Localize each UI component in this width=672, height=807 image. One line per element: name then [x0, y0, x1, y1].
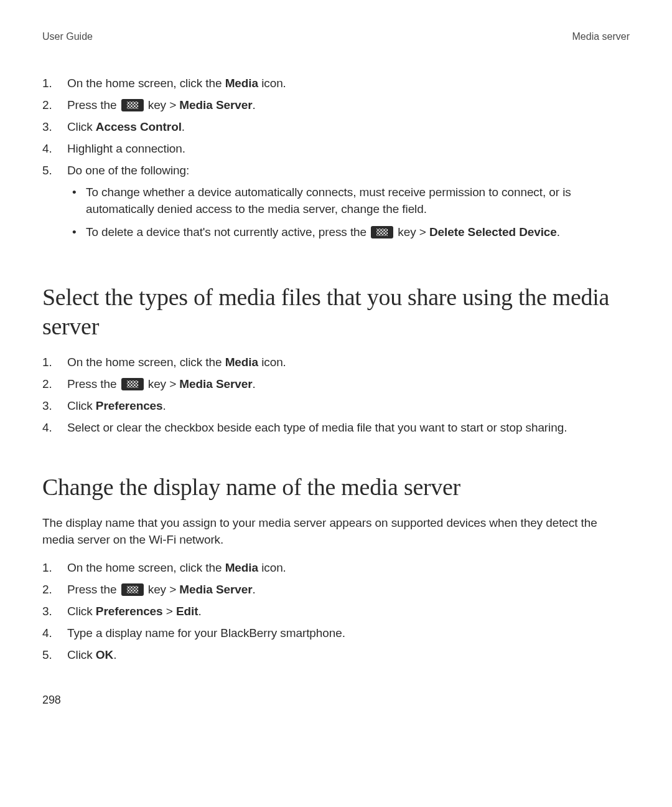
section-intro: The display name that you assign to your…	[42, 515, 630, 549]
step-number: 2.	[42, 582, 67, 598]
step-number: 3.	[42, 603, 67, 620]
step-body: Type a display name for your BlackBerry …	[67, 625, 630, 642]
step-body: On the home screen, click the Media icon…	[67, 75, 630, 92]
step-body: Press the key > Media Server.	[67, 582, 630, 598]
step-number: 4.	[42, 141, 67, 158]
step-item: 2.Press the key > Media Server.	[42, 582, 630, 598]
step-number: 2.	[42, 97, 67, 114]
header-right: Media server	[572, 30, 630, 44]
step-body: On the home screen, click the Media icon…	[67, 560, 630, 577]
page: User Guide Media server 1.On the home sc…	[0, 0, 672, 807]
bold-text: Media	[225, 356, 258, 369]
step-body: Highlight a connection.	[67, 141, 630, 158]
section-steps: 1.On the home screen, click the Media ic…	[42, 354, 630, 437]
menu-key-icon	[121, 583, 144, 596]
step-number: 3.	[42, 119, 67, 136]
step-body: Click OK.	[67, 647, 630, 664]
step-number: 4.	[42, 420, 67, 437]
menu-key-icon	[371, 226, 393, 238]
step-number: 5.	[42, 163, 67, 247]
bold-text: Edit	[176, 605, 198, 618]
step-number: 3.	[42, 398, 67, 415]
step-item: 2.Press the key > Media Server.	[42, 97, 630, 114]
step-body: Select or clear the checkbox beside each…	[67, 420, 630, 437]
bullet-item: To delete a device that's not currently …	[67, 224, 630, 241]
section-steps: 1.On the home screen, click the Media ic…	[42, 560, 630, 664]
section-heading: Change the display name of the media ser…	[42, 473, 630, 501]
bold-text: Media Server	[179, 583, 252, 596]
step-number: 1.	[42, 354, 67, 371]
step-body: Press the key > Media Server.	[67, 376, 630, 393]
bold-text: Preferences	[96, 399, 163, 412]
step-item: 1.On the home screen, click the Media ic…	[42, 75, 630, 92]
bold-text: Access Control	[96, 120, 182, 133]
step-number: 1.	[42, 75, 67, 92]
step-body: Click Access Control.	[67, 119, 630, 136]
bold-text: Media Server	[179, 377, 252, 390]
step-item: 4.Select or clear the checkbox beside ea…	[42, 420, 630, 437]
menu-key-icon	[121, 378, 144, 390]
step-item: 5.Do one of the following:To change whet…	[42, 163, 630, 247]
bullet-item: To change whether a device automatically…	[67, 184, 630, 218]
step-item: 4.Type a display name for your BlackBerr…	[42, 625, 630, 642]
step-body: Do one of the following:To change whethe…	[67, 163, 630, 247]
section-heading: Select the types of media files that you…	[42, 283, 630, 341]
step-number: 5.	[42, 647, 67, 664]
step-item: 2.Press the key > Media Server.	[42, 376, 630, 393]
bullet-list: To change whether a device automatically…	[67, 184, 630, 241]
step-number: 2.	[42, 376, 67, 393]
bold-text: Media	[225, 561, 258, 574]
step-body: On the home screen, click the Media icon…	[67, 354, 630, 371]
step-body: Click Preferences > Edit.	[67, 603, 630, 620]
step-body: Click Preferences.	[67, 398, 630, 415]
step-body: Press the key > Media Server.	[67, 97, 630, 114]
bold-text: Preferences	[96, 605, 163, 618]
step-number: 4.	[42, 625, 67, 642]
step-item: 3.Click Preferences.	[42, 398, 630, 415]
step-item: 4.Highlight a connection.	[42, 141, 630, 158]
page-header: User Guide Media server	[42, 30, 630, 44]
step-item: 1.On the home screen, click the Media ic…	[42, 560, 630, 577]
bold-text: Delete Selected Device	[429, 225, 557, 238]
bold-text: Media Server	[179, 98, 252, 111]
step-item: 3.Click Preferences > Edit.	[42, 603, 630, 620]
step-item: 3.Click Access Control.	[42, 119, 630, 136]
page-number: 298	[42, 692, 61, 709]
bold-text: Media	[225, 77, 258, 90]
step-item: 5.Click OK.	[42, 647, 630, 664]
step-item: 1.On the home screen, click the Media ic…	[42, 354, 630, 371]
section-steps: 1.On the home screen, click the Media ic…	[42, 75, 630, 247]
step-number: 1.	[42, 560, 67, 577]
menu-key-icon	[121, 99, 144, 111]
bold-text: OK	[96, 648, 113, 661]
header-left: User Guide	[42, 30, 93, 44]
